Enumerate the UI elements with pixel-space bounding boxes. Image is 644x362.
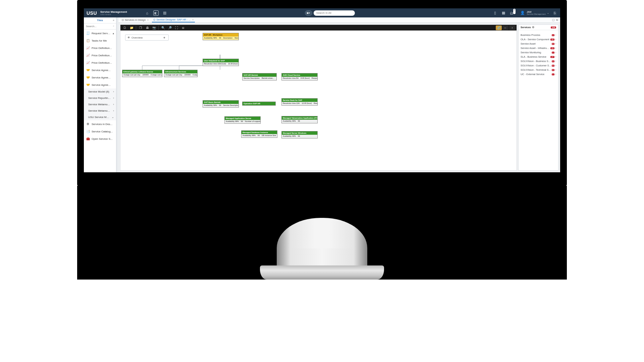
sidebar-item[interactable]: 📈Price Definition... [84, 59, 116, 66]
tab[interactable]: ⌬Services in Design× [120, 17, 150, 22]
diagram-node[interactable]: Operation SAP HR [242, 102, 276, 106]
canvas-toolbar: 🗋 📁 ❐ 🖶 📷 🔍 🔎 ⛶ ⦻ [120, 25, 517, 31]
logout-icon[interactable]: ⎘ [552, 10, 557, 16]
count-badge: 1 [552, 73, 554, 75]
diagram-node[interactable]: Service Desk for SAPResolution time 12H1… [281, 98, 318, 106]
sidebar-search-input[interactable] [84, 23, 116, 29]
open-icon[interactable]: 📁 [128, 25, 135, 30]
service-category-item[interactable]: Service Asset - Infrastructure23› [519, 46, 558, 50]
home-icon[interactable]: ⌂ [145, 10, 150, 16]
service-category-item[interactable]: SOLVVision - Customer Service8› [519, 63, 558, 68]
close-icon[interactable]: × [147, 19, 149, 21]
tab[interactable]: ⌬Service Designer: SAP HR - ...× [152, 17, 195, 22]
sidebar-item-label: Service Reporting... [88, 97, 111, 100]
sidebar-item[interactable]: 🤝Service Agree... [84, 81, 116, 88]
chevron-down-icon: ⌄ [547, 12, 549, 14]
back-arrow-icon[interactable]: ← [502, 25, 508, 30]
sidebar-item[interactable]: Service Metamo...› [84, 108, 116, 114]
sidebar-item[interactable]: Service Model (6)› [84, 88, 116, 95]
services-panel: Services ⚙ 146 Business Process2›OLA - S… [518, 24, 558, 171]
sidebar-item-label: Request Service [92, 32, 111, 35]
service-category-item[interactable]: SOLVVision - Technical Service8› [519, 68, 558, 72]
node-title: Managed Database Instance [241, 131, 277, 134]
node-body: Availability 99%99 [282, 135, 317, 138]
service-category-item[interactable]: Service Monitoring1› [519, 50, 558, 55]
sidebar-item[interactable]: Service Reporting...› [84, 95, 116, 101]
new-icon[interactable]: 🗋 [122, 25, 128, 30]
search-scope-toggle[interactable]: ▣▾ [305, 10, 312, 16]
chevron-icon: › [113, 97, 114, 100]
diagram-node[interactable]: SAP-HR BetriebService DescriptionBetrieb… [242, 73, 277, 80]
stats-icon[interactable]: ▥ [162, 10, 167, 16]
service-category-item[interactable]: SLA - Business Service27› [519, 55, 558, 59]
service-category-label: Business Process [521, 34, 540, 37]
sidebar-item[interactable]: 📑Service Catalog... [84, 128, 116, 135]
services-total-badge: 146 [551, 26, 556, 28]
tab-label: Service Designer: SAP HR - ... [156, 18, 191, 21]
global-search[interactable]: ▣▾ [305, 10, 355, 16]
diagram-node[interactable]: User Helpdesk for SAPResolution time 16H… [203, 59, 239, 66]
diagram-node[interactable]: Managed Valuemation Application (ITSM)Av… [281, 116, 318, 123]
service-category-item[interactable]: Service Asset8› [519, 42, 558, 46]
zoom-out-icon[interactable]: 🔎 [167, 25, 173, 30]
sidebar-item[interactable]: 📈Price Definition... [84, 52, 116, 59]
search-input[interactable] [314, 10, 355, 16]
sidebar-item[interactable]: ⚙Services in Des... [84, 120, 116, 128]
sidebar-item[interactable]: 🤝Service Agree... [84, 66, 116, 74]
close-icon[interactable]: × [192, 18, 194, 21]
top-bar: USU Service Management USU GmbH ⌂ ◧ ▥ ▣▾… [84, 8, 560, 17]
tab-icon: ⌬ [153, 18, 155, 21]
service-category-item[interactable]: UC - External Service1› [519, 72, 558, 76]
zoom-in-icon[interactable]: 🔍 [160, 25, 166, 30]
grid-icon[interactable]: ▦ [501, 10, 506, 16]
dashboard-icon[interactable]: ◧ [153, 10, 159, 16]
chevron-icon: › [113, 90, 114, 93]
tabs-bar: ⌬Services in Design×⌬Service Designer: S… [118, 17, 560, 23]
service-category-item[interactable]: OLA - Service Component43› [519, 37, 558, 42]
sidebar-item[interactable]: USU Service Man...⌄ [84, 114, 116, 120]
chevron-right-icon: › [555, 51, 556, 54]
service-category-label: SLA - Business Service [521, 55, 546, 58]
sidebar-item[interactable]: 📋Tasks for Me [84, 37, 116, 44]
sidebar-item-icon: ⚙ [86, 122, 90, 126]
node-title: AHD Cloud Service [282, 73, 317, 77]
diagram-node[interactable]: Ethical gateway software licenseOutage c… [122, 70, 162, 77]
sidebar-item[interactable]: 🤝Service Agree... [84, 74, 116, 81]
popout-icon[interactable]: ⧉ [556, 18, 558, 22]
diagram-canvas[interactable]: 👁 Overview + [120, 31, 517, 170]
clear-icon[interactable]: × [113, 24, 114, 27]
sidebar-item[interactable]: Service Metamo...› [84, 101, 116, 108]
fit-icon[interactable]: ⛶ [173, 25, 179, 30]
diagram-node[interactable]: SAP HR - WorkplaceAvailability 99%99Desc… [203, 33, 239, 40]
copy-icon[interactable]: ❐ [138, 25, 144, 30]
gear-icon[interactable]: ⚙ [532, 26, 534, 29]
forward-arrow-icon[interactable]: › [509, 25, 515, 30]
chevron-right-icon: › [555, 60, 556, 62]
sidebar-item[interactable]: 🧾Request Service▴ [84, 29, 116, 37]
tab-label: Services in Design [125, 18, 146, 21]
sidebar-item[interactable]: 📈Price Definition... [84, 44, 116, 52]
node-title: Managed Application Server [225, 117, 260, 120]
sidebar-item[interactable]: 🧰Open Service S... [84, 135, 116, 142]
diagram-node[interactable]: Managed Database InstanceAvailability 99… [241, 130, 277, 138]
count-badge: 8 [552, 60, 554, 62]
sidebar-item-icon: 🧾 [86, 31, 90, 35]
node-body: Outage cost per day100000Outage cost per… [122, 73, 162, 77]
sidebar-item-label: Service Catalog... [92, 130, 113, 133]
diagram-node[interactable]: AHD Cloud ServiceResolution time 8H8.00 … [281, 73, 318, 80]
reset-icon[interactable]: ⦻ [180, 25, 186, 30]
diagram-node[interactable]: SAP Basis BetriebAvailability 99%99Servi… [203, 100, 239, 108]
service-category-item[interactable]: SOLVVision - Business Service8› [519, 59, 558, 63]
service-category-item[interactable]: Business Process2› [519, 33, 558, 37]
diagram-node[interactable]: Infrastructure ServicesOutage cost per d… [164, 70, 198, 77]
expand-icon[interactable]: ▢ [552, 18, 555, 22]
link-icon[interactable]: 🔗 [496, 25, 502, 30]
bookmark-icon[interactable]: ▯ [492, 10, 498, 16]
camera-icon[interactable]: 📷 [151, 25, 157, 30]
notification-badge: 2 [513, 9, 516, 14]
close-icon[interactable]: × [113, 19, 114, 22]
diagram-node[interactable]: Managed Application ServerAvailability 9… [224, 116, 261, 124]
diagram-node[interactable]: Managed Server WindowsAvailability 99%99 [281, 131, 318, 138]
print-icon[interactable]: 🖶 [144, 25, 150, 30]
user-menu[interactable]: 👤 JAM Service Management ⌄ [520, 10, 549, 16]
